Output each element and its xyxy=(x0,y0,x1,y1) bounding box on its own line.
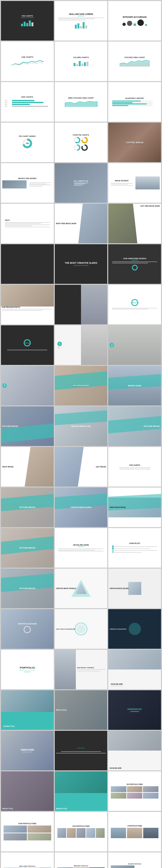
slide-28: 3 xyxy=(1,366,54,405)
slides-grid: THE CHARTS VISUALIZE YOUR ELEMENTS NULLA… xyxy=(0,0,162,868)
slide-15: IMAGE ON RIGHT xyxy=(108,163,161,203)
slide-1: THE CHARTS VISUALIZE YOUR ELEMENTS xyxy=(1,1,54,40)
slide-3: INTEGER ACCUMSAN xyxy=(108,1,161,40)
slide-18: LEFT SIDE IMAGE SKEW xyxy=(108,204,161,243)
slide-42: CHECKLIST xyxy=(108,528,161,568)
slide-13: IMAGES AND WORDS xyxy=(1,163,54,203)
slide-46: CREATIVE PLACEHOLDER xyxy=(1,609,54,649)
slide-11: FOUR PIE CHARTS xyxy=(55,123,107,162)
slide-16: TEXT xyxy=(1,204,54,243)
slide-5: COLUMN CHARTS xyxy=(55,41,107,81)
slide-7: BAR CHARTS CAT 1 CAT 2 CAT 3 CAT 4 xyxy=(1,82,54,122)
slide-40: PICTURE BRUSH xyxy=(1,528,54,568)
slide-17: RIGHT SIDE IMAGE SKEW xyxy=(55,204,107,243)
slide-6: STACKED AREA CHART xyxy=(108,41,161,81)
slide-21: OUR AWESOME DESIGN xyxy=(108,244,161,284)
slide-33: PICTURE BRUSH xyxy=(108,406,161,446)
slide-45: CREATIVE IMAGE SQUARE xyxy=(108,568,161,608)
slide-63: 3 PORTFOLIO ITEMS xyxy=(108,812,161,851)
slide-41: HEADLINE HERE xyxy=(55,528,107,568)
slide-24: PREMIUM xyxy=(108,285,161,324)
slide-65: MASONRY PORTFOLIO xyxy=(55,852,107,868)
slide-44: CREATIVE IMAGE TRIANGLE xyxy=(55,568,107,608)
slide-50: SIDE PROJECT OVERVIEW xyxy=(55,650,107,689)
slide-38: CREATIVE BRUSH SLIDES xyxy=(55,488,107,527)
slide-64: WIDE THREE PORTFOLIO xyxy=(1,852,54,868)
slide-39: WIDE BRUSH IMAGE xyxy=(108,488,161,527)
slide-60: SIX PORTFOLIO ITEMS xyxy=(108,771,161,811)
slide-34: RIGHT BRUSH xyxy=(1,447,54,487)
slide-66: SIX SIDE PORTFOLIO xyxy=(108,852,161,868)
slide-43: PICTURE BRUSH xyxy=(1,568,54,608)
slide-48: CREATIVE PLACEHOLDER xyxy=(108,609,161,649)
slide-57: HEADLINE HERE xyxy=(108,731,161,770)
slide-25: PREMIUM xyxy=(1,326,54,365)
slide-47: LIGHT CIRCLE PLACEHOLDER xyxy=(55,609,107,649)
slide-36: OUR CLIENTS xyxy=(108,447,161,487)
slide-12: COFFEE BREAK xyxy=(108,123,161,162)
slide-31: PICTURE BRUSH xyxy=(1,406,54,446)
slide-10: PIE CHART SERIES 73% xyxy=(1,123,54,162)
slide-55: AWESOME CREATIVE SLIDES xyxy=(1,731,54,770)
slide-32: CREATIVE BRUSH SLIDE xyxy=(55,406,107,446)
slide-26: 1 xyxy=(55,326,107,365)
slide-29: PICTURE BRUSH xyxy=(55,366,107,405)
svg-marker-2 xyxy=(65,101,97,107)
slide-30: BRUSH SLIDE xyxy=(108,366,161,405)
slide-35: LEFT BRUSH xyxy=(55,447,107,487)
slide-54: FANTASTIC — SLIDE DESIGN — xyxy=(108,690,161,730)
slide-62: FIVE PORTFOLIO ITEMS xyxy=(55,812,107,851)
slide-51: HEADLINE HERE xyxy=(108,650,161,689)
slide-49: PORTFOLIO GRAPHIC DESIGN xyxy=(1,650,54,689)
slide-19 xyxy=(1,244,54,284)
slide-58: PHOTO TITLE xyxy=(1,771,54,811)
slide-2: NULLAM SAN LOREM xyxy=(55,1,107,40)
slide-52: DESIGN TITLE xyxy=(1,690,54,730)
slide-27: 2 xyxy=(108,326,161,365)
slide-9: QUARTERLY REPORT xyxy=(108,82,161,122)
slide-8: WIDE STACKED AREA CHART xyxy=(55,82,107,122)
slide-23 xyxy=(55,285,107,324)
slide-61: FOUR PORTFOLIO ITEMS xyxy=(1,812,54,851)
slide-59: DESIGN TITLE xyxy=(55,771,107,811)
slide-56: PORTFOLIO xyxy=(55,731,107,770)
slide-4: LINE CHARTS xyxy=(1,41,54,81)
slide-14: ALL ABOUT US xyxy=(55,163,107,203)
slide-53: PHOTO TITLE xyxy=(55,690,107,730)
slide-22: OUR PROCESS PHOTO xyxy=(1,285,54,324)
slide-37: PICTURE BRUSH xyxy=(1,488,54,527)
slide-20: THE MOST CREATIVE SLIDES PRESENTATION TE… xyxy=(55,244,107,284)
